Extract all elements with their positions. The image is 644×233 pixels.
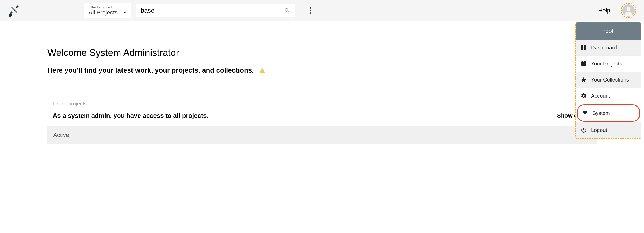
dashboard-icon (580, 44, 587, 51)
page-title: Welcome System Administrator (47, 47, 597, 58)
app-logo[interactable] (8, 4, 21, 17)
help-link[interactable]: Help (598, 7, 610, 14)
user-menu-username: root (576, 22, 641, 40)
gear-icon (580, 93, 587, 99)
menu-item-logout[interactable]: Logout (576, 122, 641, 138)
filter-value: All Projects (89, 9, 118, 16)
menu-item-label: Dashboard (591, 45, 617, 51)
list-label: List of projects (47, 101, 597, 107)
search-input[interactable] (141, 7, 284, 14)
user-avatar[interactable] (622, 4, 635, 17)
filter-dropdown[interactable]: All Projects (89, 9, 127, 16)
chevron-down-icon (123, 11, 127, 15)
active-panel[interactable]: Active (47, 126, 597, 144)
menu-item-label: Logout (591, 127, 607, 133)
menu-item-label: Your Projects (591, 61, 622, 67)
projects-section: List of projects As a system admin, you … (47, 101, 597, 144)
access-text: As a system admin, you have access to al… (47, 112, 208, 119)
filter-label: Filter by project (89, 5, 127, 9)
menu-item-label: System (592, 110, 610, 116)
clipboard-icon (580, 60, 587, 67)
kebab-menu[interactable] (305, 5, 316, 16)
avatar-highlight (621, 3, 636, 18)
star-icon (580, 77, 587, 83)
svg-point-1 (626, 7, 630, 11)
header: Filter by project All Projects Help (0, 0, 644, 21)
inbox-icon (582, 110, 588, 116)
menu-item-system[interactable]: System (577, 104, 640, 122)
main-content: Welcome System Administrator Here you'll… (0, 21, 644, 144)
menu-item-collections[interactable]: Your Collections (576, 72, 641, 88)
user-menu: root Dashboard Your Projects Your Collec… (575, 22, 641, 139)
subtitle-text: Here you'll find your latest work, your … (47, 66, 254, 74)
menu-item-label: Your Collections (591, 77, 629, 83)
search-box (136, 4, 295, 17)
menu-item-projects[interactable]: Your Projects (576, 56, 641, 72)
menu-item-dashboard[interactable]: Dashboard (576, 40, 641, 56)
warning-icon (259, 67, 265, 74)
menu-item-account[interactable]: Account (576, 88, 641, 104)
menu-item-label: Account (591, 93, 610, 99)
project-filter[interactable]: Filter by project All Projects (84, 3, 131, 18)
page-subtitle: Here you'll find your latest work, your … (47, 66, 597, 74)
search-icon[interactable] (284, 7, 290, 14)
power-icon (580, 127, 587, 133)
